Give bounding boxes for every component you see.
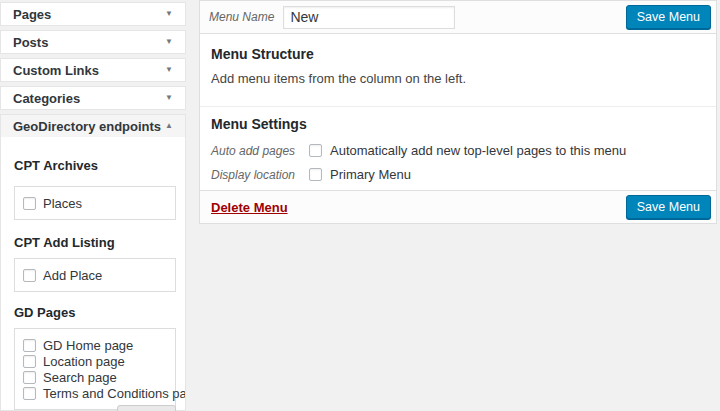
delete-menu-link[interactable]: Delete Menu [211, 200, 288, 215]
panel-footer: Delete Menu Save Menu [200, 190, 716, 223]
gd-pages-list: GD Home page Location page Search page T… [14, 328, 176, 410]
primary-menu-checkbox-label[interactable]: Primary Menu [330, 167, 411, 182]
menu-structure-heading: Menu Structure [211, 34, 705, 62]
search-page-checkbox[interactable] [23, 371, 36, 384]
accordion-custom-links[interactable]: Custom Links ▼ [0, 58, 186, 82]
geodirectory-endpoints-panel: CPT Archives Places CPT Add Listing Add … [0, 137, 186, 411]
save-menu-button-top[interactable]: Save Menu [626, 5, 711, 29]
chevron-down-icon: ▼ [165, 38, 173, 46]
menu-editor-body: Menu Structure Add menu items from the c… [200, 34, 716, 182]
list-item: Terms and Conditions page [15, 385, 175, 401]
group-heading-cpt-add-listing: CPT Add Listing [14, 235, 176, 250]
list-item: Add Place [15, 267, 175, 283]
chevron-down-icon: ▼ [165, 10, 173, 18]
save-menu-button-bottom[interactable]: Save Menu [626, 195, 711, 219]
places-checkbox-label[interactable]: Places [43, 196, 82, 211]
accordion-posts[interactable]: Posts ▼ [0, 30, 186, 54]
accordion-custom-links-label: Custom Links [13, 63, 99, 78]
list-item: Search page [15, 369, 175, 385]
accordion-geodirectory-endpoints[interactable]: GeoDirectory endpoints ▲ [0, 114, 186, 138]
menus-admin-page: { "colors": { "accent": "#0085ba", "acce… [0, 0, 720, 411]
accordion-pages[interactable]: Pages ▼ [0, 2, 186, 26]
chevron-down-icon: ▼ [165, 66, 173, 74]
menu-structure-description: Add menu items from the column on the le… [211, 71, 705, 86]
terms-page-checkbox-label[interactable]: Terms and Conditions page [43, 386, 186, 401]
group-heading-cpt-archives: CPT Archives [14, 158, 176, 173]
places-checkbox[interactable] [23, 197, 36, 210]
accordion-posts-label: Posts [13, 35, 48, 50]
auto-add-pages-checkbox[interactable] [309, 144, 322, 157]
gd-home-page-checkbox[interactable] [23, 339, 36, 352]
auto-add-pages-row: Auto add pages Automatically add new top… [211, 143, 705, 158]
accordion-categories-label: Categories [13, 91, 80, 106]
cut-off-button[interactable] [117, 405, 176, 411]
menu-name-label: Menu Name [209, 10, 274, 24]
chevron-up-icon: ▲ [165, 122, 173, 130]
accordion-pages-label: Pages [13, 7, 51, 22]
menu-settings-heading: Menu Settings [211, 107, 705, 132]
search-page-checkbox-label[interactable]: Search page [43, 370, 117, 385]
menu-name-input[interactable] [283, 6, 455, 29]
auto-add-pages-label: Auto add pages [211, 144, 309, 158]
list-item: GD Home page [15, 337, 175, 353]
add-place-checkbox[interactable] [23, 269, 36, 282]
terms-page-checkbox[interactable] [23, 387, 36, 400]
add-place-checkbox-label[interactable]: Add Place [43, 268, 102, 283]
location-page-checkbox[interactable] [23, 355, 36, 368]
list-item: Location page [15, 353, 175, 369]
display-location-row: Display location Primary Menu [211, 167, 705, 182]
cpt-archives-list: Places [14, 186, 176, 220]
auto-add-pages-checkbox-label[interactable]: Automatically add new top-level pages to… [330, 143, 626, 158]
accordion-categories[interactable]: Categories ▼ [0, 86, 186, 110]
group-heading-gd-pages: GD Pages [14, 305, 176, 320]
display-location-label: Display location [211, 168, 309, 182]
menu-editor-panel: Menu Name Save Menu Menu Structure Add m… [199, 0, 717, 224]
primary-menu-checkbox[interactable] [309, 168, 322, 181]
gd-home-page-checkbox-label[interactable]: GD Home page [43, 338, 133, 353]
menu-name-bar: Menu Name Save Menu [200, 1, 716, 34]
chevron-down-icon: ▼ [165, 94, 173, 102]
cpt-add-listing-list: Add Place [14, 258, 176, 292]
accordion-geodirectory-endpoints-label: GeoDirectory endpoints [13, 119, 161, 134]
list-item: Places [15, 195, 175, 211]
location-page-checkbox-label[interactable]: Location page [43, 354, 125, 369]
